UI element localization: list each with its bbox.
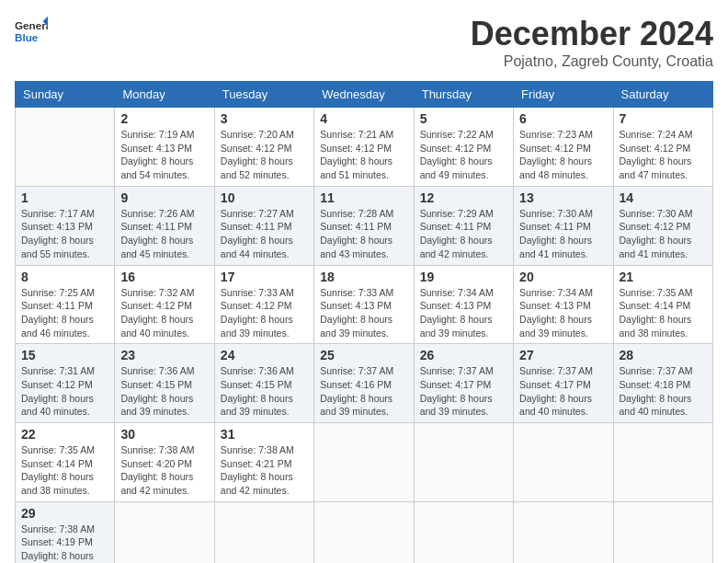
day-info: Sunrise: 7:33 AMSunset: 4:13 PMDaylight:…	[320, 286, 407, 340]
calendar-cell: 7Sunrise: 7:24 AMSunset: 4:12 PMDaylight…	[613, 108, 712, 187]
day-info: Sunrise: 7:37 AMSunset: 4:16 PMDaylight:…	[320, 364, 407, 419]
calendar-cell: 27Sunrise: 7:37 AMSunset: 4:17 PMDayligh…	[514, 344, 613, 423]
calendar-cell	[514, 423, 613, 502]
day-number: 15	[21, 348, 108, 362]
day-number: 9	[120, 190, 208, 205]
calendar-table: SundayMondayTuesdayWednesdayThursdayFrid…	[15, 81, 713, 563]
day-number: 26	[420, 348, 507, 362]
calendar-cell	[314, 501, 414, 563]
calendar-cell: 5Sunrise: 7:22 AMSunset: 4:12 PMDaylight…	[414, 108, 513, 187]
calendar-cell: 20Sunrise: 7:34 AMSunset: 4:13 PMDayligh…	[514, 265, 613, 344]
month-title: December 2024	[471, 15, 713, 53]
day-info: Sunrise: 7:33 AMSunset: 4:12 PMDaylight:…	[221, 286, 308, 340]
day-number: 31	[221, 427, 308, 442]
calendar-cell: 17Sunrise: 7:33 AMSunset: 4:12 PMDayligh…	[214, 265, 313, 344]
day-number: 12	[420, 190, 507, 205]
day-number: 13	[519, 190, 607, 205]
day-info: Sunrise: 7:36 AMSunset: 4:15 PMDaylight:…	[120, 364, 208, 419]
day-number: 22	[21, 427, 108, 442]
day-number: 14	[620, 190, 707, 205]
day-info: Sunrise: 7:38 AMSunset: 4:19 PMDaylight:…	[21, 523, 108, 563]
day-info: Sunrise: 7:20 AMSunset: 4:12 PMDaylight:…	[221, 128, 308, 182]
day-number: 8	[21, 270, 108, 284]
day-number: 23	[120, 348, 208, 362]
calendar-cell	[514, 501, 613, 563]
day-number: 4	[320, 111, 407, 126]
day-number: 21	[620, 270, 707, 284]
calendar-cell: 26Sunrise: 7:37 AMSunset: 4:17 PMDayligh…	[414, 344, 513, 423]
calendar-cell: 1Sunrise: 7:17 AMSunset: 4:13 PMDaylight…	[16, 186, 115, 265]
calendar-cell: 29Sunrise: 7:38 AMSunset: 4:19 PMDayligh…	[16, 501, 115, 563]
calendar-cell	[613, 423, 712, 502]
day-info: Sunrise: 7:35 AMSunset: 4:14 PMDaylight:…	[620, 286, 707, 340]
day-number: 19	[420, 270, 507, 284]
logo-icon: General Blue	[15, 15, 48, 48]
calendar-cell: 16Sunrise: 7:32 AMSunset: 4:12 PMDayligh…	[115, 265, 214, 344]
day-number: 16	[120, 270, 208, 284]
location-title: Pojatno, Zagreb County, Croatia	[471, 53, 713, 70]
calendar-cell: 24Sunrise: 7:36 AMSunset: 4:15 PMDayligh…	[214, 344, 313, 423]
calendar-cell: 25Sunrise: 7:37 AMSunset: 4:16 PMDayligh…	[314, 344, 414, 423]
calendar-cell	[314, 423, 414, 502]
day-info: Sunrise: 7:35 AMSunset: 4:14 PMDaylight:…	[21, 443, 108, 498]
calendar-cell: 30Sunrise: 7:38 AMSunset: 4:20 PMDayligh…	[115, 423, 214, 502]
day-number: 5	[420, 111, 507, 126]
day-info: Sunrise: 7:34 AMSunset: 4:13 PMDaylight:…	[420, 286, 507, 340]
calendar-cell	[414, 501, 513, 563]
day-number: 18	[320, 270, 407, 284]
calendar-cell: 8Sunrise: 7:25 AMSunset: 4:11 PMDaylight…	[16, 265, 115, 344]
day-info: Sunrise: 7:36 AMSunset: 4:15 PMDaylight:…	[221, 364, 308, 419]
calendar-cell: 2Sunrise: 7:19 AMSunset: 4:13 PMDaylight…	[115, 108, 214, 187]
title-block: December 2024 Pojatno, Zagreb County, Cr…	[471, 15, 713, 70]
calendar-cell: 21Sunrise: 7:35 AMSunset: 4:14 PMDayligh…	[613, 265, 712, 344]
calendar-cell	[613, 501, 712, 563]
day-info: Sunrise: 7:37 AMSunset: 4:17 PMDaylight:…	[519, 364, 607, 419]
day-info: Sunrise: 7:22 AMSunset: 4:12 PMDaylight:…	[420, 128, 507, 182]
col-header-thursday: Thursday	[414, 82, 513, 108]
day-number: 1	[21, 190, 108, 205]
day-number: 29	[21, 506, 108, 521]
calendar-cell: 10Sunrise: 7:27 AMSunset: 4:11 PMDayligh…	[214, 186, 313, 265]
day-info: Sunrise: 7:30 AMSunset: 4:12 PMDaylight:…	[620, 207, 707, 261]
calendar-week-row: 1Sunrise: 7:17 AMSunset: 4:13 PMDaylight…	[16, 186, 713, 265]
day-info: Sunrise: 7:28 AMSunset: 4:11 PMDaylight:…	[320, 207, 407, 261]
col-header-wednesday: Wednesday	[314, 82, 414, 108]
calendar-cell: 6Sunrise: 7:23 AMSunset: 4:12 PMDaylight…	[514, 108, 613, 187]
day-info: Sunrise: 7:38 AMSunset: 4:21 PMDaylight:…	[221, 443, 308, 498]
day-info: Sunrise: 7:29 AMSunset: 4:11 PMDaylight:…	[420, 207, 507, 261]
calendar-cell: 28Sunrise: 7:37 AMSunset: 4:18 PMDayligh…	[613, 344, 712, 423]
day-info: Sunrise: 7:38 AMSunset: 4:20 PMDaylight:…	[120, 443, 208, 498]
day-info: Sunrise: 7:19 AMSunset: 4:13 PMDaylight:…	[120, 128, 208, 182]
day-number: 11	[320, 190, 407, 205]
calendar-cell: 3Sunrise: 7:20 AMSunset: 4:12 PMDaylight…	[214, 108, 313, 187]
day-number: 27	[519, 348, 607, 362]
calendar-cell: 18Sunrise: 7:33 AMSunset: 4:13 PMDayligh…	[314, 265, 414, 344]
day-number: 2	[120, 111, 208, 126]
day-number: 17	[221, 270, 308, 284]
col-header-monday: Monday	[115, 82, 214, 108]
day-info: Sunrise: 7:23 AMSunset: 4:12 PMDaylight:…	[519, 128, 607, 182]
calendar-week-row: 22Sunrise: 7:35 AMSunset: 4:14 PMDayligh…	[16, 423, 713, 502]
day-number: 30	[120, 427, 208, 442]
day-info: Sunrise: 7:31 AMSunset: 4:12 PMDaylight:…	[21, 364, 108, 419]
col-header-tuesday: Tuesday	[214, 82, 313, 108]
day-number: 25	[320, 348, 407, 362]
calendar-cell: 19Sunrise: 7:34 AMSunset: 4:13 PMDayligh…	[414, 265, 513, 344]
calendar-cell: 23Sunrise: 7:36 AMSunset: 4:15 PMDayligh…	[115, 344, 214, 423]
day-number: 3	[221, 111, 308, 126]
col-header-sunday: Sunday	[16, 82, 115, 108]
day-number: 28	[620, 348, 707, 362]
day-info: Sunrise: 7:26 AMSunset: 4:11 PMDaylight:…	[120, 207, 208, 261]
calendar-cell: 31Sunrise: 7:38 AMSunset: 4:21 PMDayligh…	[214, 423, 313, 502]
calendar-header-row: SundayMondayTuesdayWednesdayThursdayFrid…	[16, 82, 713, 108]
day-info: Sunrise: 7:24 AMSunset: 4:12 PMDaylight:…	[620, 128, 707, 182]
day-number: 24	[221, 348, 308, 362]
day-info: Sunrise: 7:37 AMSunset: 4:17 PMDaylight:…	[420, 364, 507, 419]
day-info: Sunrise: 7:32 AMSunset: 4:12 PMDaylight:…	[120, 286, 208, 340]
calendar-cell	[214, 501, 313, 563]
day-info: Sunrise: 7:27 AMSunset: 4:11 PMDaylight:…	[221, 207, 308, 261]
col-header-friday: Friday	[514, 82, 613, 108]
day-info: Sunrise: 7:30 AMSunset: 4:11 PMDaylight:…	[519, 207, 607, 261]
calendar-cell: 4Sunrise: 7:21 AMSunset: 4:12 PMDaylight…	[314, 108, 414, 187]
calendar-cell: 13Sunrise: 7:30 AMSunset: 4:11 PMDayligh…	[514, 186, 613, 265]
